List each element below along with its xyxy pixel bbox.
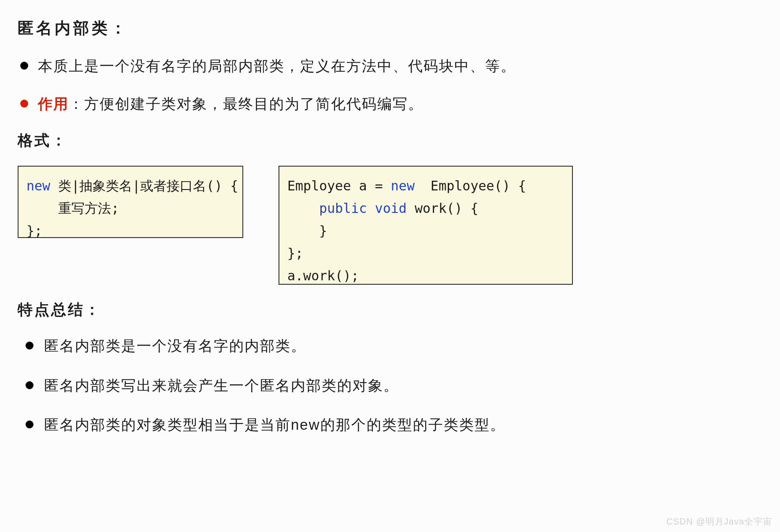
code-box-example: Employee a = new Employee() { public voi… xyxy=(279,166,573,285)
code-right-l2indent xyxy=(287,201,319,216)
purpose-label: 作用 xyxy=(38,96,69,112)
kw-public: public xyxy=(319,201,367,216)
code-right-l1b: Employee() { xyxy=(415,178,526,193)
heading-format: 格式： xyxy=(18,130,762,151)
summary-list: 匿名内部类是一个没有名字的内部类。 匿名内部类写出来就会产生一个匿名内部类的对象… xyxy=(18,335,762,436)
code-left-l3: }; xyxy=(26,223,42,238)
kw-new-right: new xyxy=(391,178,415,193)
summary-bullet-3: 匿名内部类的对象类型相当于是当前new的那个的类型的子类类型。 xyxy=(18,414,762,436)
summary-bullet-1-text: 匿名内部类是一个没有名字的内部类。 xyxy=(44,338,306,354)
kw-new-left: new xyxy=(26,178,50,193)
intro-list: 本质上是一个没有名字的局部内部类，定义在方法中、代码块中、等。 作用：方便创建子… xyxy=(18,55,762,115)
code-right-l4: }; xyxy=(287,246,303,261)
code-right-l5: a.work(); xyxy=(287,268,359,283)
code-right-l2rest: work() { xyxy=(407,201,479,216)
summary-bullet-1: 匿名内部类是一个没有名字的内部类。 xyxy=(18,335,762,357)
heading-title: 匿名内部类： xyxy=(18,18,762,39)
summary-section: 特点总结： 匿名内部类是一个没有名字的内部类。 匿名内部类写出来就会产生一个匿名… xyxy=(18,300,762,436)
code-left-l2: 重写方法; xyxy=(26,201,119,216)
summary-bullet-2-text: 匿名内部类写出来就会产生一个匿名内部类的对象。 xyxy=(44,377,399,394)
summary-bullet-3-text: 匿名内部类的对象类型相当于是当前new的那个的类型的子类类型。 xyxy=(44,417,505,433)
intro-bullet-1: 本质上是一个没有名字的局部内部类，定义在方法中、代码块中、等。 xyxy=(18,55,762,77)
code-right-l3: } xyxy=(287,223,327,238)
summary-bullet-2: 匿名内部类写出来就会产生一个匿名内部类的对象。 xyxy=(18,375,762,397)
kw-void: void xyxy=(375,201,407,216)
purpose-text: ：方便创建子类对象，最终目的为了简化代码编写。 xyxy=(69,96,423,112)
code-row: new 类|抽象类名|或者接口名() { 重写方法; }; Employee a… xyxy=(18,166,762,285)
code-box-template: new 类|抽象类名|或者接口名() { 重写方法; }; xyxy=(18,166,243,238)
code-right-l1a: Employee a = xyxy=(287,178,391,193)
document-page: 匿名内部类： 本质上是一个没有名字的局部内部类，定义在方法中、代码块中、等。 作… xyxy=(0,0,780,532)
heading-summary: 特点总结： xyxy=(18,300,762,320)
intro-bullet-1-text: 本质上是一个没有名字的局部内部类，定义在方法中、代码块中、等。 xyxy=(38,58,516,74)
code-left-l1: 类|抽象类名|或者接口名() { xyxy=(50,178,238,193)
purpose-bullet: 作用：方便创建子类对象，最终目的为了简化代码编写。 xyxy=(18,93,762,115)
watermark: CSDN @明月Java全宇宙 xyxy=(666,516,772,528)
